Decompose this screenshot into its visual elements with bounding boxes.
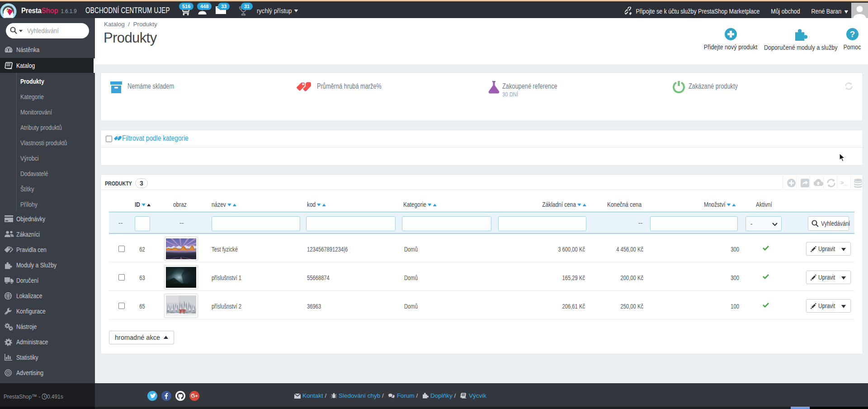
- svg-text:?: ?: [849, 29, 855, 39]
